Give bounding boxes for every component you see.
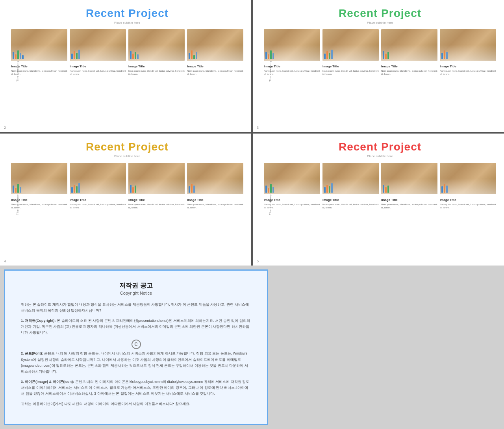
slide-2-img-2 — [322, 29, 379, 61]
right-empty-area — [272, 267, 502, 427]
slide-3: The company name Recent Project Place su… — [0, 134, 251, 266]
caption-1-2: Image Title Nam quam nunc, blandit vel, … — [70, 65, 126, 76]
slide-2-img-1 — [264, 29, 320, 61]
copyright-c-icon: C — [132, 340, 141, 349]
slide-4-number: 5 — [257, 259, 259, 263]
caption-3-2: Image Title Nam quam nunc, blandit vel, … — [70, 198, 126, 210]
slide-3-img-1 — [11, 163, 67, 194]
caption-1-1: Image Title Nam quam nunc, blandit vel, … — [11, 65, 67, 76]
slides-grid: The company name Recent Project Place su… — [0, 0, 504, 266]
slide-3-img-2 — [70, 163, 126, 194]
copyright-label-2: 2. 폰트(Font): — [21, 351, 43, 355]
slide-4-images — [264, 163, 496, 194]
caption-1-4: Image Title Nam quam nunc, blandit vel, … — [187, 65, 243, 76]
slide-2-subtitle: Place subtitle here — [264, 21, 496, 24]
slide-2: The company name Recent Project Place su… — [253, 0, 504, 132]
copyright-body: 귀하는 본 슬라이드 제작사가 합법이 내용과 형식을 요사하는 서비스를 제공… — [21, 302, 251, 407]
slide-4: The company name Recent Project Place su… — [253, 134, 504, 266]
slide-3-subtitle: Place subtitle here — [11, 154, 243, 158]
slide-4-img-1 — [264, 163, 320, 194]
copyright-label-1: 1. 저작권(Copyright): — [21, 319, 56, 323]
slide-3-img-4 — [187, 163, 243, 194]
slide-2-img-3 — [381, 29, 437, 61]
slide-4-img-4 — [440, 163, 496, 194]
slide-2-number: 3 — [257, 126, 259, 130]
slide-1-images — [11, 29, 243, 61]
bottom-area: 저작권 공고 Copyright Notice 귀하는 본 슬라이드 제작사가 … — [0, 266, 504, 429]
slide-2-title: Recent Project — [264, 7, 496, 20]
slide-4-subtitle: Place subtitle here — [264, 154, 496, 158]
slide-2-img-4 — [440, 29, 496, 61]
copyright-c-wrap: C — [21, 340, 251, 349]
slide-4-img-2 — [322, 163, 379, 194]
caption-4-1: Image Title Nam quam nunc, blandit vel, … — [264, 198, 320, 210]
caption-4-3: Image Title Nam quam nunc, blandit vel, … — [381, 198, 437, 210]
slide-3-number: 4 — [4, 259, 6, 263]
caption-4-4: Image Title Nam quam nunc, blandit vel, … — [440, 198, 496, 210]
copyright-para-3: 2. 폰트(Font): 콘텐츠 내의 된 사람의 진행 폰트는, 내어에서 서… — [21, 351, 251, 375]
copyright-para-2: 1. 저작권(Copyright): 본 슬라이드의 소요 된 사항의 콘텐츠 … — [21, 318, 251, 336]
slide-2-captions: Image Title Nam quam nunc, blandit vel, … — [264, 65, 496, 76]
slide-1-title: Recent Project — [11, 7, 243, 20]
caption-3-4: Image Title Nam quam nunc, blandit vel, … — [187, 198, 243, 210]
slide-1-number: 2 — [4, 126, 6, 130]
caption-1-3: Image Title Nam quam nunc, blandit vel, … — [128, 65, 185, 76]
slide-2-images — [264, 29, 496, 61]
slide-1-img-2 — [70, 29, 126, 61]
slide-1-img-1 — [11, 29, 67, 61]
caption-3-3: Image Title Nam quam nunc, blandit vel, … — [128, 198, 185, 210]
slide-4-title: Recent Project — [264, 141, 496, 153]
slide-1-img-3 — [128, 29, 185, 61]
slide-4-captions: Image Title Nam quam nunc, blandit vel, … — [264, 198, 496, 210]
caption-2-1: Image Title Nam quam nunc, blandit vel, … — [264, 65, 320, 76]
slide-1: The company name Recent Project Place su… — [0, 0, 251, 132]
slide-1-subtitle: Place subtitle here — [11, 21, 243, 24]
caption-4-2: Image Title Nam quam nunc, blandit vel, … — [322, 198, 379, 210]
slide-4-img-3 — [381, 163, 437, 194]
caption-2-2: Image Title Nam quam nunc, blandit vel, … — [322, 65, 379, 76]
copyright-text-2: 콘텐츠 내의 된 사람의 진행 폰트는, 내어에서 서비스의 서비스의 사항의하… — [21, 351, 248, 373]
caption-2-3: Image Title Nam quam nunc, blandit vel, … — [381, 65, 437, 76]
copyright-para-4: 3. 아이콘(Image) & 아이콘(Icon): 콘텐츠 내의 된 이미지의… — [21, 379, 251, 397]
slide-3-captions: Image Title Nam quam nunc, blandit vel, … — [11, 198, 243, 210]
copyright-para-1: 귀하는 본 슬라이드 제작사가 합법이 내용과 형식을 요사하는 서비스를 제공… — [21, 302, 251, 314]
slide-3-title: Recent Project — [11, 141, 243, 153]
copyright-para-5: 귀하는 이용라이선이(에서) 나도 세진의 서명이 이아이의 어다른이에서 사람… — [21, 401, 251, 407]
copyright-panel: 저작권 공고 Copyright Notice 귀하는 본 슬라이드 제작사가 … — [4, 269, 268, 425]
copyright-label-3: 3. 아이콘(Image) & 아이콘(Icon): — [21, 380, 74, 384]
slide-3-img-3 — [128, 163, 185, 194]
copyright-title-kr: 저작권 공고 — [21, 282, 251, 290]
slide-3-images — [11, 163, 243, 194]
copyright-title-en: Copyright Notice — [21, 291, 251, 295]
slide-1-captions: Image Title Nam quam nunc, blandit vel, … — [11, 65, 243, 76]
caption-2-4: Image Title Nam quam nunc, blandit vel, … — [440, 65, 496, 76]
slide-1-img-4 — [187, 29, 243, 61]
caption-3-1: Image Title Nam quam nunc, blandit vel, … — [11, 198, 67, 210]
